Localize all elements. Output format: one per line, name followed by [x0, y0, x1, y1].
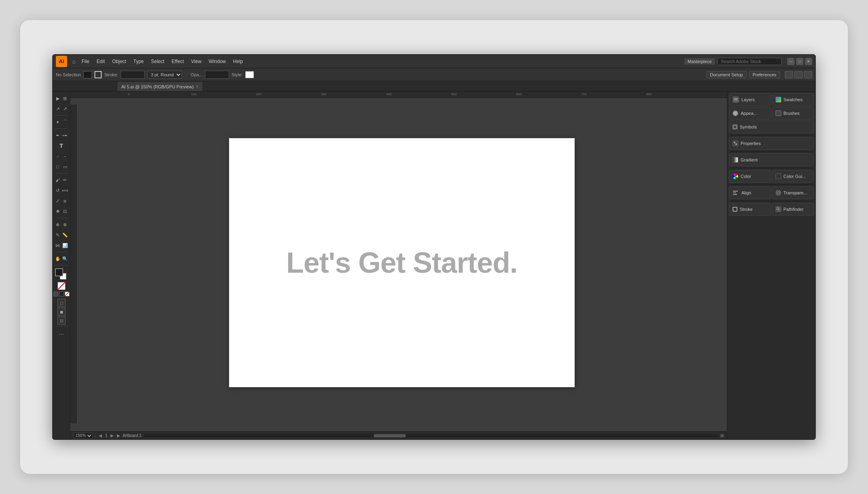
- eyedropper-tool[interactable]: ✎: [54, 230, 61, 240]
- menu-window[interactable]: Window: [205, 58, 229, 65]
- panel-tab-transparency[interactable]: Transpare...: [772, 186, 814, 199]
- lasso-tool[interactable]: ⌒: [61, 117, 69, 127]
- gradient-mode-btn[interactable]: [59, 292, 64, 296]
- panel-tab-stroke[interactable]: Stroke: [729, 203, 771, 216]
- panel-tab-properties[interactable]: Properties: [729, 137, 814, 150]
- opacity-input[interactable]: 100%: [205, 71, 229, 79]
- zoom-dropdown[interactable]: 150%: [74, 433, 93, 439]
- behind-draw-btn[interactable]: ◼: [57, 308, 66, 316]
- panel-tabs: Layers Swatches Appea...: [727, 92, 815, 217]
- win-minimize[interactable]: —: [787, 58, 794, 65]
- panel-tab-symbols[interactable]: Symbols: [729, 120, 814, 133]
- direct-select-group: ↗ ↗: [54, 104, 69, 114]
- home-icon[interactable]: ⌂: [70, 57, 78, 66]
- panel-tab-color[interactable]: Color: [729, 170, 771, 183]
- svg-rect-1: [734, 100, 738, 100]
- free-transform-tool[interactable]: ⊡: [61, 206, 69, 216]
- menu-help[interactable]: Help: [230, 58, 246, 65]
- blob-brush-tool[interactable]: ✏: [61, 175, 69, 185]
- panel-row-3: Symbols: [729, 120, 814, 133]
- library-btn[interactable]: [794, 71, 802, 78]
- panel-toggle-btn[interactable]: [804, 71, 812, 78]
- panel-row-5: Gradient: [729, 153, 814, 166]
- main-area: ▶ ⊞ ↗ ↗ ✦ ⌒ ✒ +✒ T ⟋: [53, 92, 815, 439]
- rounded-rect-tool[interactable]: ▭: [61, 161, 69, 172]
- add-anchor-tool[interactable]: +✒: [61, 130, 69, 141]
- panel-tab-brushes[interactable]: Brushes: [772, 107, 814, 120]
- shear-tool[interactable]: ⟏: [61, 196, 69, 206]
- panel-divider-5: [731, 201, 812, 201]
- menu-select[interactable]: Select: [148, 58, 168, 65]
- type-tool[interactable]: T: [54, 141, 69, 151]
- search-input[interactable]: [717, 58, 782, 65]
- panel-tab-gradient[interactable]: Gradient: [729, 153, 814, 166]
- nav-next-btn[interactable]: ▶: [111, 433, 114, 438]
- color-mode-row: [53, 292, 70, 296]
- scale-tool[interactable]: ⤢: [54, 196, 61, 206]
- nav-prev-btn[interactable]: ◀: [99, 433, 102, 438]
- menu-view[interactable]: View: [188, 58, 205, 65]
- measure-tool[interactable]: 📏: [61, 230, 69, 240]
- direct-select-tool[interactable]: ↗: [54, 104, 61, 114]
- hand-tool[interactable]: ✋: [54, 253, 61, 264]
- panel-tab-swatches[interactable]: Swatches: [772, 93, 814, 106]
- more-tools-btn[interactable]: …: [54, 327, 69, 338]
- transparency-panel-icon: [776, 190, 781, 196]
- rotate-tool[interactable]: ↺: [54, 185, 61, 196]
- tab-close-btn[interactable]: ×: [196, 84, 199, 89]
- none-swatch[interactable]: [57, 282, 66, 290]
- graph-tool[interactable]: 📊: [61, 240, 69, 251]
- workspace-selector[interactable]: Masterpiece: [684, 58, 715, 65]
- shape-builder-tool[interactable]: ⊕: [54, 219, 61, 230]
- ai-logo: Ai: [56, 56, 67, 67]
- menu-object[interactable]: Object: [109, 58, 129, 65]
- puppet-warp-tool[interactable]: ❖: [54, 206, 61, 216]
- style-swatch[interactable]: [245, 71, 254, 78]
- normal-mode-btn[interactable]: [53, 292, 58, 296]
- panel-tab-align[interactable]: Align: [729, 186, 771, 199]
- panel-tab-appearance[interactable]: Appea...: [729, 107, 771, 120]
- fill-swatch[interactable]: [83, 71, 92, 78]
- blend-tool[interactable]: ⋈: [54, 240, 61, 251]
- magic-wand-tool[interactable]: ✦: [54, 117, 61, 127]
- panel-tab-pathfinder[interactable]: Pathfinder: [772, 203, 814, 216]
- toolbar: ▶ ⊞ ↗ ↗ ✦ ⌒ ✒ +✒ T ⟋: [53, 92, 70, 439]
- menu-type[interactable]: Type: [130, 58, 147, 65]
- group-select-tool[interactable]: ↗: [61, 104, 69, 114]
- menu-effect[interactable]: Effect: [168, 58, 187, 65]
- document-tab[interactable]: AI 5.ai @ 150% (RGB/GPU Preview) ×: [117, 82, 203, 91]
- color-swatch-area: [55, 268, 68, 280]
- live-paint-tool[interactable]: ⊗: [61, 219, 69, 230]
- pen-tool[interactable]: ✒: [54, 130, 61, 141]
- artboard-tool[interactable]: ⊞: [61, 93, 69, 104]
- panel-tab-colorgui[interactable]: Color Gui...: [772, 170, 814, 183]
- stroke-value-input[interactable]: 3: [121, 71, 145, 79]
- none-mode-btn[interactable]: [65, 292, 70, 296]
- zoom-tool[interactable]: 🔍: [61, 253, 69, 264]
- stroke-type-dropdown[interactable]: 3 pt. Round: [147, 71, 182, 79]
- win-maximize[interactable]: □: [796, 58, 803, 65]
- brush-group: 🖌 ✏: [54, 175, 69, 185]
- foreground-swatch[interactable]: [55, 268, 63, 276]
- rect-tool[interactable]: □: [54, 161, 61, 172]
- paintbrush-tool[interactable]: 🖌: [54, 175, 61, 185]
- panel-tab-layers[interactable]: Layers: [729, 93, 771, 106]
- arrange-icons-btn[interactable]: [785, 71, 793, 78]
- win-close[interactable]: ✕: [805, 58, 812, 65]
- menu-file[interactable]: File: [78, 58, 92, 65]
- stroke-swatch[interactable]: [94, 71, 102, 78]
- normal-draw-btn[interactable]: ◻: [57, 299, 66, 307]
- scrollbar-thumb[interactable]: [374, 434, 406, 437]
- horizontal-scrollbar[interactable]: [144, 434, 718, 437]
- menu-edit[interactable]: Edit: [93, 58, 108, 65]
- reflect-tool[interactable]: ⟺: [61, 185, 69, 196]
- transparency-label: Transpare...: [784, 190, 807, 195]
- select-tool[interactable]: ▶: [54, 93, 61, 104]
- canvas-scroll-area[interactable]: Let's Get Started.: [77, 98, 727, 431]
- line-tool[interactable]: ⟋: [54, 151, 61, 161]
- nav-play-btn[interactable]: ▶: [117, 433, 120, 438]
- inside-draw-btn[interactable]: ⊡: [57, 316, 66, 325]
- preferences-button[interactable]: Preferences: [749, 71, 780, 78]
- document-setup-button[interactable]: Document Setup: [706, 71, 747, 78]
- arc-tool[interactable]: ⌢: [61, 151, 69, 161]
